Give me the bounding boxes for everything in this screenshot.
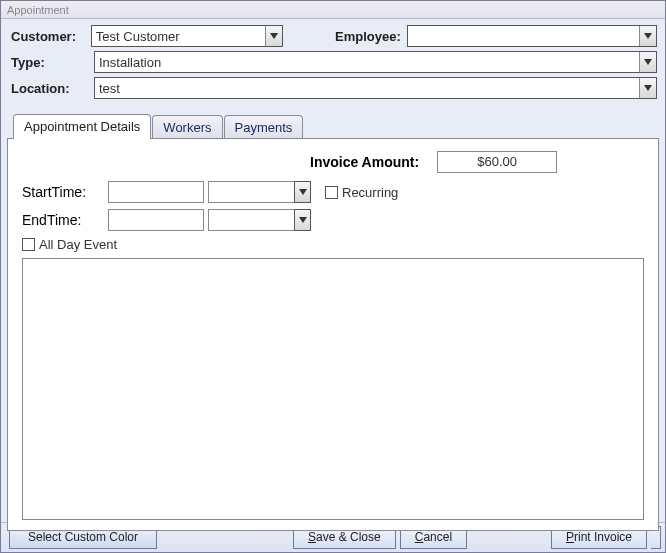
- chevron-down-icon[interactable]: [639, 26, 656, 46]
- employee-dropdown[interactable]: [407, 25, 657, 47]
- all-day-label: All Day Event: [39, 237, 117, 252]
- notes-textarea[interactable]: [22, 258, 644, 520]
- window-title: Appointment: [7, 4, 69, 16]
- print-rest: rint Invoice: [574, 530, 632, 544]
- customer-value: Test Customer: [92, 27, 266, 46]
- tab-workers[interactable]: Workers: [152, 115, 222, 138]
- end-date-dropdown[interactable]: [208, 209, 311, 231]
- invoice-amount-field[interactable]: $60.00: [437, 151, 557, 173]
- window-titlebar: Appointment: [1, 1, 665, 19]
- type-value: Installation: [95, 53, 639, 72]
- chevron-down-icon[interactable]: [294, 209, 311, 231]
- tab-payments[interactable]: Payments: [224, 115, 304, 138]
- end-time-label: EndTime:: [22, 212, 108, 228]
- recurring-checkbox[interactable]: [325, 186, 338, 199]
- type-label: Type:: [9, 55, 94, 70]
- invoice-amount-label: Invoice Amount:: [310, 154, 419, 170]
- tabstrip: Appointment Details Workers Payments: [7, 113, 659, 138]
- employee-label: Employee:: [322, 29, 407, 44]
- chevron-down-icon[interactable]: [639, 52, 656, 72]
- save-close-rest: ave & Close: [316, 530, 381, 544]
- recurring-label: Recurring: [342, 185, 398, 200]
- chevron-down-icon[interactable]: [294, 181, 311, 203]
- type-dropdown[interactable]: Installation: [94, 51, 657, 73]
- employee-value: [408, 34, 639, 38]
- customer-dropdown[interactable]: Test Customer: [91, 25, 284, 47]
- chevron-down-icon[interactable]: [265, 26, 282, 46]
- cancel-rest: ancel: [423, 530, 452, 544]
- header-form: Customer: Test Customer Employee: Type: …: [1, 19, 665, 113]
- tab-appointment-details[interactable]: Appointment Details: [13, 114, 151, 139]
- all-day-checkbox[interactable]: [22, 238, 35, 251]
- start-time-label: StartTime:: [22, 184, 108, 200]
- location-label: Location:: [9, 81, 94, 96]
- start-date-value: [208, 181, 294, 203]
- customer-label: Customer:: [9, 29, 91, 44]
- appointment-window: Appointment Customer: Test Customer Empl…: [0, 0, 666, 553]
- tabs-container: Appointment Details Workers Payments Inv…: [1, 113, 665, 531]
- start-time-input[interactable]: [108, 181, 204, 203]
- appointment-details-panel: Invoice Amount: $60.00 StartTime: Recurr…: [7, 138, 659, 531]
- start-date-dropdown[interactable]: [208, 181, 311, 203]
- location-dropdown[interactable]: test: [94, 77, 657, 99]
- location-value: test: [95, 79, 639, 98]
- chevron-down-icon[interactable]: [639, 78, 656, 98]
- end-time-input[interactable]: [108, 209, 204, 231]
- end-date-value: [208, 209, 294, 231]
